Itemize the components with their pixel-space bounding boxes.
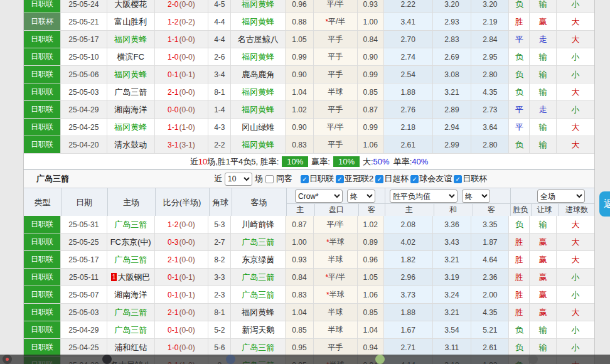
league-filter-item: ✓亚冠联2 (336, 173, 373, 185)
record-dot-icon[interactable] (3, 355, 12, 364)
halftime-score: (1-0) (179, 123, 195, 132)
sub-header-handicap-line: 盘口 (314, 203, 358, 217)
match-row: 日职联25-05-03广岛三箭2-1(0-0)8-1福冈黄蜂1.04半球0.85… (24, 304, 594, 321)
bookmaker-select[interactable]: Crow* (295, 190, 343, 203)
fukuoka-matches-table: 日职联25-05-24大阪樱花2-0(0-0)4-5福冈黄蜂0.96平/半0.9… (23, 0, 595, 154)
avg-draw: 3.36 (433, 216, 472, 233)
avg-draw: 3.54 (433, 321, 472, 338)
league-checkbox[interactable]: ✓ (301, 175, 309, 183)
fulltime-score: 0-1 (168, 70, 178, 79)
match-date: 25-04-25 (61, 339, 107, 356)
result-handicap: 输 (530, 0, 557, 13)
away-team: 冈山绿雉 (231, 119, 286, 136)
handicap-odds-home: 1.05 (286, 31, 314, 48)
match-date: 25-05-17 (61, 251, 107, 268)
handicap-odds-home: 1.02 (286, 101, 314, 118)
score: 0-1(0-1) (155, 66, 209, 83)
result-wdl: 胜 (509, 286, 530, 303)
scope-select[interactable]: 全场 (537, 190, 585, 203)
same-away-checkbox[interactable] (265, 175, 274, 183)
result-goals: 大 (557, 83, 594, 100)
home-team: 广岛三箭 (107, 321, 155, 338)
league-badge: 日职联 (24, 48, 61, 65)
app-circle-icon[interactable] (375, 355, 385, 364)
halftime-score: (0-0) (179, 326, 195, 335)
handicap-odds-away: 1.06 (358, 136, 384, 153)
result-wdl: 平 (509, 101, 530, 118)
handicap-odds-away: 0.94 (358, 339, 384, 356)
league-filter-item: ✓日联杯 (454, 173, 487, 185)
handicap-final-select[interactable]: 终 (347, 190, 375, 203)
match-count-select[interactable]: 10 (225, 173, 252, 186)
handicap-line: 半球 (314, 304, 358, 321)
home-team-name: FC东京(中) (110, 237, 151, 248)
avg-lose: 2.80 (471, 136, 509, 153)
away-team: 福冈黄蜂 (231, 13, 286, 30)
league-badge: 日职联 (24, 136, 61, 153)
fulltime-score: 2-1 (168, 308, 178, 317)
app-circle-icon[interactable] (102, 355, 112, 364)
summary-text: 单率: (393, 156, 412, 168)
halftime-score: (0-0) (179, 238, 195, 247)
away-team: 福冈黄蜂 (231, 101, 286, 118)
league-badge: 日职联 (24, 321, 61, 338)
halftime-score: (0-0) (179, 88, 195, 97)
match-row: 日职联25-05-31广岛三箭1-2(0-0)5-3川崎前锋0.87平/半1.0… (24, 216, 594, 233)
col-header-home: 主场 (107, 188, 155, 217)
avg-draw: 3.21 (433, 83, 472, 100)
odds-kind-select[interactable]: 胜平负均值 (390, 190, 458, 203)
fulltime-score: 0-0 (168, 105, 178, 114)
away-team-name: 川崎前锋 (242, 219, 274, 230)
handicap-odds-home: 1.04 (286, 304, 314, 321)
avg-win: 2.54 (384, 66, 433, 83)
bottom-taskbar[interactable] (0, 355, 610, 364)
col-header-date: 日期 (61, 188, 107, 217)
rank-badge: 1 (111, 273, 117, 281)
avg-win: 1.82 (384, 251, 433, 268)
europe-final-select[interactable]: 终 (462, 190, 490, 203)
avg-draw: 2.93 (433, 13, 472, 30)
match-row: 日职联25-05-111大阪钢巴0-1(0-1)3-3广岛三箭0.84*平/半1… (24, 269, 594, 286)
match-date: 25-05-21 (61, 13, 107, 30)
home-team-name: 福冈黄蜂 (114, 122, 147, 133)
handicap-odds-away: 0.85 (358, 83, 384, 100)
match-row: 日联杯25-05-21富山胜利1-2(0-2)4-4福冈黄蜂0.88*平/半1.… (24, 13, 594, 31)
halftime-score: (3-1) (179, 141, 195, 149)
hiroshima-table-header: 类型 日期 主场 比分(半场) 角球 客场 Crow* 终 胜平负均值 终 全场… (23, 188, 595, 216)
away-team-name: 福冈黄蜂 (242, 104, 274, 115)
handicap-line: 平/半 (314, 0, 358, 13)
sub-header-handicap-home: 主 (286, 203, 314, 217)
result-wdl: 负 (509, 136, 530, 153)
score: 2-1(0-0) (155, 83, 209, 100)
app-circle-icon[interactable] (226, 355, 235, 364)
result-wdl: 负 (509, 66, 530, 83)
league-checkbox[interactable]: ✓ (454, 175, 462, 183)
sub-header-handicap-away: 客 (358, 203, 385, 217)
side-float-button-label: 返 (604, 198, 610, 211)
halftime-score: (0-2) (179, 18, 195, 26)
app-circle-icon[interactable] (528, 355, 538, 364)
side-float-button[interactable]: 返 (599, 191, 610, 217)
handicap-line: 平手 (314, 136, 358, 153)
league-checkbox[interactable]: ✓ (410, 175, 419, 183)
league-checkbox[interactable]: ✓ (375, 175, 383, 183)
corners: 8-1 (208, 304, 231, 321)
corners: 5-2 (208, 321, 231, 338)
handicap-line: *半球 (314, 233, 358, 250)
fulltime-score: 2-1 (168, 255, 178, 264)
sub-header-goals: 进球数 (558, 203, 596, 217)
result-handicap: 赢 (530, 233, 557, 250)
league-badge: 日职联 (24, 216, 61, 233)
league-checkbox[interactable]: ✓ (336, 175, 344, 183)
avg-draw: 3.24 (433, 286, 472, 303)
hiroshima-matches-table: 日职联25-05-31广岛三箭1-2(0-0)5-3川崎前锋0.87平/半1.0… (23, 216, 595, 364)
handicap-odds-home: 0.90 (286, 119, 314, 136)
fulltime-score: 1-1 (168, 123, 178, 132)
league-badge: 日职联 (24, 233, 61, 250)
halftime-score: (0-0) (179, 308, 195, 317)
handicap-odds-home: 0.99 (286, 48, 314, 65)
match-date: 25-04-29 (61, 321, 107, 338)
summary-text: 大: (363, 156, 373, 168)
handicap-odds-home: 0.83 (286, 286, 314, 303)
avg-win: 3.41 (384, 13, 433, 30)
